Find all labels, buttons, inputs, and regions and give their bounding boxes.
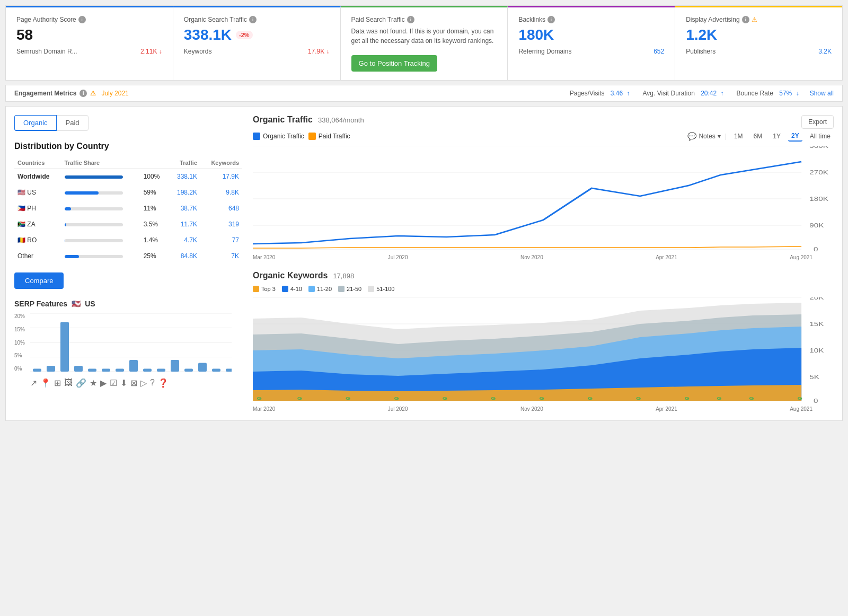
legend-top3[interactable]: Top 3 xyxy=(253,286,276,292)
info-icon-engagement[interactable]: i xyxy=(80,90,87,97)
serp-chart-svg xyxy=(30,313,232,374)
metric-title-paid: Paid Search Traffic i xyxy=(351,16,497,23)
right-panel: Organic Traffic 338,064/month Organic Tr… xyxy=(253,115,834,412)
svg-text:0: 0 xyxy=(814,398,818,403)
svg-text:G: G xyxy=(798,396,802,401)
dist-pct-2: 11% xyxy=(140,200,168,216)
engagement-date: July 2021 xyxy=(101,90,128,97)
col-percent xyxy=(140,157,168,169)
dist-pct-1: 59% xyxy=(140,184,168,200)
compare-button[interactable]: Compare xyxy=(14,272,64,289)
svg-rect-5 xyxy=(33,369,41,372)
dist-row-4: 🇷🇴 RO 1.4% 4.7K 77 xyxy=(14,232,242,248)
dist-row-1: 🇺🇸 US 59% 198.2K 9.8K xyxy=(14,184,242,200)
time-btn-1y[interactable]: 1Y xyxy=(770,131,784,141)
notes-button[interactable]: 💬 Notes ▾ xyxy=(687,132,720,140)
svg-rect-16 xyxy=(184,369,193,372)
pages-visits-value: 3.46 ↑ xyxy=(608,90,630,97)
serp-y-axis: 20% 15% 10% 5% 0% xyxy=(14,313,25,372)
legend-paid-traffic[interactable]: Paid Traffic xyxy=(308,133,350,140)
show-all-link[interactable]: Show all xyxy=(810,90,834,97)
col-traffic-share: Traffic Share xyxy=(61,157,140,169)
time-btn-2y[interactable]: 2Y xyxy=(788,131,802,142)
keywords-title: Organic Keywords xyxy=(253,271,328,280)
svg-rect-17 xyxy=(198,363,207,372)
distribution-title: Distribution by Country xyxy=(14,142,242,151)
info-icon-authority[interactable]: i xyxy=(78,16,86,23)
col-countries: Countries xyxy=(14,157,61,169)
svg-rect-9 xyxy=(88,369,96,372)
info-icon-paid[interactable]: i xyxy=(407,16,414,23)
info-icon-organic[interactable]: i xyxy=(249,16,257,23)
dist-country-1: 🇺🇸 US xyxy=(14,184,61,200)
dist-country-5: Other xyxy=(14,248,61,264)
metric-title-display: Display Advertising i ⚠ xyxy=(686,16,832,23)
time-btn-1m[interactable]: 1M xyxy=(731,131,746,141)
svg-text:G: G xyxy=(491,396,496,401)
dist-keywords-5: 7K xyxy=(200,248,242,264)
svg-text:5K: 5K xyxy=(809,374,819,381)
svg-text:G: G xyxy=(297,396,302,401)
export-button[interactable]: Export xyxy=(801,115,834,129)
notes-label: Notes xyxy=(699,133,715,140)
svg-text:0: 0 xyxy=(814,247,818,252)
dist-country-4: 🇷🇴 RO xyxy=(14,232,61,248)
bottom-section: Export Organic Paid Distribution by Coun… xyxy=(5,106,843,421)
dist-bar-1 xyxy=(61,184,140,200)
svg-text:180K: 180K xyxy=(809,196,828,203)
go-to-position-tracking-button[interactable]: Go to Position Tracking xyxy=(351,55,437,72)
keywords-x-labels: Mar 2020 Jul 2020 Nov 2020 Apr 2021 Aug … xyxy=(253,406,834,412)
tabs: Organic Paid xyxy=(14,115,242,131)
svg-text:90K: 90K xyxy=(809,223,824,229)
svg-text:G: G xyxy=(539,396,544,401)
legend-51-100[interactable]: 51-100 xyxy=(368,286,394,292)
svg-text:G: G xyxy=(346,396,350,401)
metric-sub-display: Publishers 3.2K xyxy=(686,48,832,55)
dist-keywords-1: 9.8K xyxy=(200,184,242,200)
dist-pct-5: 25% xyxy=(140,248,168,264)
keywords-header: Organic Keywords 17,898 xyxy=(253,271,834,280)
organic-traffic-section: Organic Traffic 338,064/month Organic Tr… xyxy=(253,115,834,260)
organic-keywords-section: Organic Keywords 17,898 Top 3 4-10 xyxy=(253,271,834,412)
svg-text:G: G xyxy=(684,396,689,401)
notes-chevron: ▾ xyxy=(718,133,721,140)
dist-bar-4 xyxy=(61,232,140,248)
tab-organic[interactable]: Organic xyxy=(14,115,57,131)
metric-sub-organic: Keywords 17.9K ↓ xyxy=(184,48,330,55)
organic-x-labels: Mar 2020 Jul 2020 Nov 2020 Apr 2021 Aug … xyxy=(253,254,834,260)
bounce-rate-value: 57% ↓ xyxy=(777,90,799,97)
label-51-100: 51-100 xyxy=(376,286,394,292)
svg-text:G: G xyxy=(717,396,721,401)
time-btn-all[interactable]: All time xyxy=(807,131,834,141)
dist-traffic-3: 11.7K xyxy=(168,216,200,232)
legend-dot-paid xyxy=(308,133,316,140)
dist-country-0: Worldwide xyxy=(14,169,61,185)
label-21-50: 21-50 xyxy=(347,286,361,292)
time-btn-6m[interactable]: 6M xyxy=(750,131,766,141)
engagement-bar: Engagement Metrics i ⚠ July 2021 Pages/V… xyxy=(5,85,843,102)
legend-11-20[interactable]: 11-20 xyxy=(308,286,332,292)
dist-traffic-0: 338.1K xyxy=(168,169,200,185)
metric-sub-backlinks: Referring Domains 652 xyxy=(518,48,664,55)
dot-11-20 xyxy=(308,286,315,292)
legend-organic-traffic[interactable]: Organic Traffic xyxy=(253,133,304,140)
dot-4-10 xyxy=(282,286,288,292)
svg-text:G: G xyxy=(749,396,754,401)
tab-paid[interactable]: Paid xyxy=(57,115,89,131)
info-icon-display[interactable]: i xyxy=(742,16,749,23)
keywords-count: 17,898 xyxy=(333,272,354,280)
label-4-10: 4-10 xyxy=(290,286,302,292)
dist-bar-0 xyxy=(61,169,140,185)
organic-traffic-controls: Organic Traffic Paid Traffic 💬 Notes ▾ xyxy=(253,131,834,142)
legend-21-50[interactable]: 21-50 xyxy=(338,286,361,292)
metric-title-authority: Page Authority Score i xyxy=(16,16,162,23)
dist-row-2: 🇵🇭 PH 11% 38.7K 648 xyxy=(14,200,242,216)
metric-sub-val-display: 3.2K xyxy=(818,48,832,55)
metric-title-organic: Organic Search Traffic i xyxy=(184,16,330,23)
metric-title-backlinks: Backlinks i xyxy=(518,16,664,23)
keywords-legend: Top 3 4-10 11-20 21-50 xyxy=(253,286,834,292)
distribution-table: Countries Traffic Share Traffic Keywords… xyxy=(14,157,242,264)
legend-4-10[interactable]: 4-10 xyxy=(282,286,302,292)
info-icon-backlinks[interactable]: i xyxy=(547,16,555,23)
dist-bar-2 xyxy=(61,200,140,216)
